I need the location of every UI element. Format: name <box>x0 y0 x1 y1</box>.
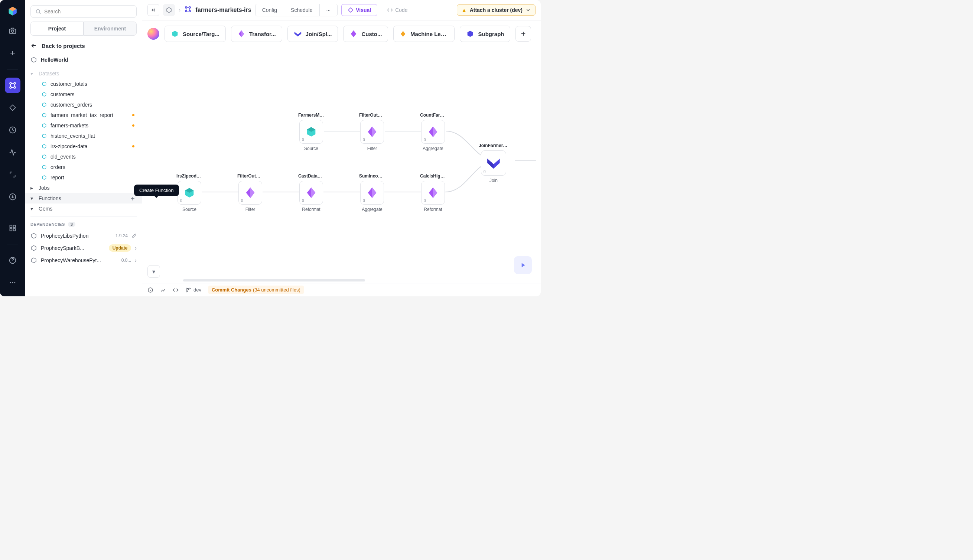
attach-cluster-button[interactable]: ▲ Attach a cluster (dev) <box>457 5 535 16</box>
svg-marker-28 <box>42 155 46 159</box>
gems-section[interactable]: ▾Gems <box>25 203 142 214</box>
sidebar: Project Environment Back to projects Hel… <box>25 0 142 296</box>
palette-join[interactable]: Join/Spl... <box>287 26 338 42</box>
node-reformat[interactable]: CastDataTyp... 0 Reformat <box>298 173 324 212</box>
trend-icon[interactable] <box>160 287 166 293</box>
project-header[interactable]: HelloWorld <box>25 54 142 65</box>
edit-icon[interactable] <box>132 233 137 238</box>
svg-marker-24 <box>42 113 46 117</box>
svg-rect-11 <box>10 225 12 228</box>
dependencies-header: DEPENDENCIES 3 <box>25 219 142 230</box>
jobs-section[interactable]: ▸Jobs <box>25 183 142 193</box>
code-mode-button[interactable]: Code <box>381 4 413 16</box>
dataset-item[interactable]: historic_events_flat <box>25 131 142 141</box>
svg-point-5 <box>10 82 12 84</box>
info-icon[interactable] <box>147 287 153 293</box>
palette-custom[interactable]: Custo... <box>343 26 388 42</box>
palette-transform[interactable]: Transfor... <box>231 26 282 42</box>
update-badge[interactable]: Update <box>109 244 132 252</box>
activity-icon[interactable] <box>5 145 20 160</box>
node-aggregate[interactable]: SumIncomeB... 0 Aggregate <box>359 173 385 212</box>
svg-point-37 <box>185 10 187 12</box>
dataset-item[interactable]: farmers_market_tax_report <box>25 110 142 120</box>
dataset-item[interactable]: farmers-markets <box>25 120 142 131</box>
topbar: › farmers-markets-irs Config Schedule ··… <box>142 0 541 20</box>
schedule-button[interactable]: Schedule <box>284 4 319 16</box>
palette-ml[interactable]: Machine Learni... <box>393 26 455 42</box>
svg-rect-12 <box>13 225 16 228</box>
node-aggregate[interactable]: CountFarmer... 0 Aggregate <box>420 113 446 151</box>
ai-assistant-icon[interactable] <box>147 28 159 40</box>
dataset-item[interactable]: old_events <box>25 152 142 162</box>
search-field[interactable] <box>44 8 132 15</box>
svg-rect-13 <box>10 229 12 231</box>
code-icon[interactable] <box>173 287 178 293</box>
palette-add-button[interactable] <box>515 26 531 42</box>
config-button[interactable]: Config <box>255 4 284 16</box>
functions-section[interactable]: ▾Functions ＋ <box>25 193 142 203</box>
pipeline-canvas[interactable]: FarmersMark... 0 Source FilterOutNullZ..… <box>142 46 541 283</box>
commit-changes-button[interactable]: Commit Changes (34 uncommitted files) <box>208 285 304 294</box>
palette-source[interactable]: Source/Targ... <box>165 26 226 42</box>
search-input[interactable] <box>30 5 137 18</box>
tab-environment[interactable]: Environment <box>83 22 137 36</box>
warning-icon: ▲ <box>462 7 467 13</box>
node-source[interactable]: IrsZipcodesS... 0 Source <box>177 173 202 212</box>
node-reformat[interactable]: CalcIsHighInc... 0 Reformat <box>420 173 446 212</box>
dependency-item[interactable]: ProphecySparkB... Update › <box>25 242 142 254</box>
svg-marker-20 <box>32 57 36 62</box>
datasets-section[interactable]: ▾ Datasets <box>25 68 142 79</box>
svg-point-16 <box>10 282 11 283</box>
dependency-item[interactable]: ProphecyLibsPython 1.9.24 <box>25 230 142 242</box>
svg-marker-21 <box>42 82 46 86</box>
pipeline-icon[interactable] <box>5 78 20 93</box>
svg-point-19 <box>37 10 40 13</box>
plus-icon[interactable] <box>5 45 20 61</box>
status-bar: dev Commit Changes (34 uncommitted files… <box>142 283 541 296</box>
dataset-item[interactable]: customers <box>25 89 142 100</box>
svg-point-18 <box>14 282 15 283</box>
svg-marker-34 <box>167 7 171 13</box>
visual-mode-button[interactable]: Visual <box>341 4 377 16</box>
dirty-indicator-icon <box>132 124 135 127</box>
dirty-indicator-icon <box>132 145 135 147</box>
dependency-item[interactable]: ProphecyWarehousePyt... 0.0... › <box>25 254 142 266</box>
main-area: › farmers-markets-irs Config Schedule ··… <box>142 0 541 296</box>
palette-subgraph[interactable]: Subgraph <box>460 26 510 42</box>
grid-icon[interactable] <box>5 220 20 236</box>
svg-marker-29 <box>42 165 46 169</box>
chevron-right-icon: › <box>135 245 137 251</box>
expand-icon[interactable] <box>5 167 20 182</box>
collapse-sidebar-button[interactable] <box>147 4 159 16</box>
pipeline-crumb-icon <box>184 5 192 15</box>
camera-icon[interactable] <box>5 23 20 38</box>
tab-project[interactable]: Project <box>30 22 83 36</box>
more-icon[interactable] <box>5 275 20 290</box>
help-icon[interactable] <box>5 253 20 268</box>
svg-marker-23 <box>42 103 46 107</box>
canvas-dropdown-button[interactable]: ▾ <box>147 265 160 278</box>
clock-icon[interactable] <box>5 122 20 138</box>
more-button[interactable]: ··· <box>320 4 338 16</box>
svg-marker-22 <box>42 92 46 97</box>
horizontal-scrollbar[interactable] <box>183 279 365 282</box>
svg-point-55 <box>186 291 187 292</box>
dataset-item[interactable]: report <box>25 172 142 183</box>
node-source[interactable]: FarmersMark... 0 Source <box>298 113 324 151</box>
download-icon[interactable] <box>5 189 20 205</box>
diamond-icon[interactable] <box>5 100 20 115</box>
dataset-item[interactable]: irs-zipcode-data <box>25 141 142 152</box>
node-filter[interactable]: FilterOutNullZ... 0 Filter <box>359 113 385 151</box>
dataset-item[interactable]: customers_orders <box>25 100 142 110</box>
branch-indicator[interactable]: dev <box>185 287 201 293</box>
svg-point-17 <box>12 282 13 283</box>
back-to-projects[interactable]: Back to projects <box>25 36 142 53</box>
svg-point-38 <box>189 10 190 12</box>
node-join[interactable]: JoinFarmers... 0 Join <box>479 143 508 183</box>
dataset-item[interactable]: orders <box>25 162 142 172</box>
project-crumb-icon[interactable] <box>163 4 175 16</box>
node-filter[interactable]: FilterOutBadZ... 0 Filter <box>237 173 263 212</box>
run-button[interactable] <box>514 256 532 274</box>
dataset-item[interactable]: customer_totals <box>25 79 142 89</box>
svg-point-56 <box>189 288 190 289</box>
